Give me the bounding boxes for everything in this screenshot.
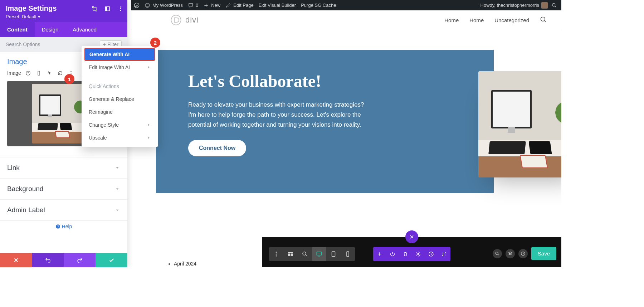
svg-point-6 bbox=[276, 254, 277, 255]
more-icon[interactable] bbox=[269, 247, 283, 261]
nav-search-icon[interactable] bbox=[540, 16, 547, 24]
annotation-badge-2: 2 bbox=[150, 38, 160, 48]
svg-text:?: ? bbox=[28, 72, 29, 75]
site-header: divi Home Home Uncategorized bbox=[131, 10, 561, 30]
wp-comments[interactable]: 0 bbox=[188, 3, 198, 8]
dock-icon[interactable] bbox=[104, 5, 111, 12]
svg-point-17 bbox=[496, 252, 498, 254]
nav-home[interactable]: Home bbox=[444, 17, 459, 23]
wp-logo[interactable] bbox=[134, 3, 140, 8]
svg-point-29 bbox=[71, 71, 72, 72]
nav-uncategorized[interactable]: Uncategorized bbox=[494, 17, 529, 23]
wp-site-link[interactable]: My WordPress bbox=[145, 3, 183, 8]
hero-image[interactable] bbox=[478, 71, 561, 177]
menu-heading-quick: Quick Actions bbox=[82, 78, 158, 93]
wp-new[interactable]: New bbox=[203, 3, 220, 8]
hero-block[interactable]: Let's Collaborate! Ready to elevate your… bbox=[156, 50, 494, 193]
hover-icon[interactable] bbox=[46, 69, 53, 77]
sort-icon[interactable] bbox=[438, 247, 450, 261]
undo-button[interactable] bbox=[32, 253, 64, 267]
chevron-down-icon: ▾ bbox=[38, 14, 40, 19]
tab-design[interactable]: Design bbox=[35, 22, 66, 37]
annotation-badge-1: 1 bbox=[64, 74, 74, 84]
search-placeholder[interactable]: Search Options bbox=[6, 42, 40, 47]
svg-rect-9 bbox=[288, 254, 290, 257]
gear-icon[interactable] bbox=[412, 247, 425, 261]
preset-selector[interactable]: Preset: Default▾ bbox=[6, 14, 122, 19]
wp-exit-vb[interactable]: Exit Visual Builder bbox=[259, 3, 296, 8]
avatar bbox=[541, 2, 548, 9]
cancel-button[interactable] bbox=[0, 253, 32, 267]
confirm-button[interactable] bbox=[96, 253, 127, 267]
builder-bottom-bar: Save bbox=[262, 237, 561, 267]
save-button[interactable]: Save bbox=[531, 247, 556, 260]
panel-more-icon[interactable] bbox=[117, 5, 124, 12]
accordion: Link Background Admin Label bbox=[0, 157, 127, 221]
bottom-right-cluster: Save bbox=[493, 247, 556, 260]
svg-rect-28 bbox=[38, 71, 40, 75]
history-icon[interactable] bbox=[425, 247, 438, 261]
trash-icon[interactable] bbox=[399, 247, 412, 261]
svg-point-5 bbox=[276, 252, 277, 253]
menu-upscale[interactable]: Upscale bbox=[82, 131, 158, 144]
acc-admin-label[interactable]: Admin Label bbox=[0, 200, 127, 221]
tab-advanced[interactable]: Advanced bbox=[65, 22, 104, 37]
view-mode-cluster bbox=[269, 247, 355, 261]
expand-icon[interactable] bbox=[91, 5, 98, 12]
menu-generate-replace[interactable]: Generate & Replace bbox=[82, 93, 158, 106]
br-search-icon[interactable] bbox=[493, 249, 502, 258]
desktop-icon[interactable] bbox=[312, 247, 326, 261]
svg-rect-20 bbox=[93, 7, 96, 10]
wp-edit-page[interactable]: Edit Page bbox=[225, 3, 253, 8]
redo-button[interactable] bbox=[64, 253, 96, 267]
hero-cta-button[interactable]: Connect Now bbox=[188, 140, 246, 156]
menu-edit-with-ai[interactable]: Edit Image With AI bbox=[82, 61, 158, 74]
phone-icon[interactable] bbox=[341, 247, 355, 261]
menu-generate-with-ai[interactable]: Generate With AI bbox=[84, 48, 155, 61]
svg-rect-8 bbox=[288, 252, 293, 253]
wireframe-icon[interactable] bbox=[283, 247, 298, 261]
wp-howdy[interactable]: Howdy, thechristophermorris bbox=[480, 2, 548, 9]
archive-list: April 2024 bbox=[167, 261, 196, 267]
add-icon[interactable] bbox=[373, 247, 386, 261]
panel-tabs: Content Design Advanced bbox=[0, 22, 127, 37]
nav-home-2[interactable]: Home bbox=[469, 17, 484, 23]
layers-icon[interactable] bbox=[506, 249, 515, 258]
svg-point-25 bbox=[120, 10, 121, 11]
hero-text: Ready to elevate your business with expe… bbox=[188, 100, 371, 130]
zoom-icon[interactable] bbox=[298, 247, 312, 261]
svg-point-19 bbox=[523, 254, 523, 255]
reset-icon[interactable] bbox=[57, 69, 64, 77]
site-logo[interactable]: divi bbox=[170, 14, 199, 26]
svg-rect-12 bbox=[317, 252, 322, 255]
menu-reimagine[interactable]: Reimagine bbox=[82, 106, 158, 118]
wp-admin-bar: My WordPress 0 New Edit Page Exit Visual… bbox=[131, 0, 561, 10]
acc-link[interactable]: Link bbox=[0, 157, 127, 179]
help-tip-icon[interactable]: ? bbox=[25, 69, 32, 77]
svg-point-7 bbox=[276, 255, 277, 257]
site-nav: Home Home Uncategorized bbox=[444, 16, 547, 24]
tablet-icon[interactable] bbox=[326, 247, 341, 261]
page-actions-cluster bbox=[373, 247, 450, 261]
responsive-phone-icon[interactable] bbox=[35, 69, 43, 77]
hero-title: Let's Collaborate! bbox=[188, 71, 472, 91]
svg-rect-14 bbox=[347, 252, 349, 257]
ai-popup: Generate With AI Edit Image With AI Quic… bbox=[82, 46, 158, 147]
wp-search-icon[interactable] bbox=[551, 2, 558, 9]
svg-point-4 bbox=[541, 17, 545, 21]
tab-content[interactable]: Content bbox=[0, 22, 35, 37]
wp-purge-cache[interactable]: Purge SG Cache bbox=[301, 3, 336, 8]
svg-point-30 bbox=[71, 73, 72, 74]
page-canvas: Let's Collaborate! Ready to elevate your… bbox=[131, 30, 561, 267]
help-icon[interactable] bbox=[518, 249, 528, 258]
power-icon[interactable] bbox=[386, 247, 399, 261]
acc-background[interactable]: Background bbox=[0, 179, 127, 200]
builder-close-button[interactable] bbox=[405, 230, 418, 243]
menu-change-style[interactable]: Change Style bbox=[82, 118, 158, 131]
svg-rect-10 bbox=[291, 254, 293, 257]
svg-point-24 bbox=[120, 8, 121, 9]
field-label: Image bbox=[7, 70, 21, 76]
panel-help[interactable]: ?Help bbox=[0, 221, 127, 230]
archive-item[interactable]: April 2024 bbox=[174, 261, 196, 267]
svg-point-15 bbox=[418, 253, 419, 255]
